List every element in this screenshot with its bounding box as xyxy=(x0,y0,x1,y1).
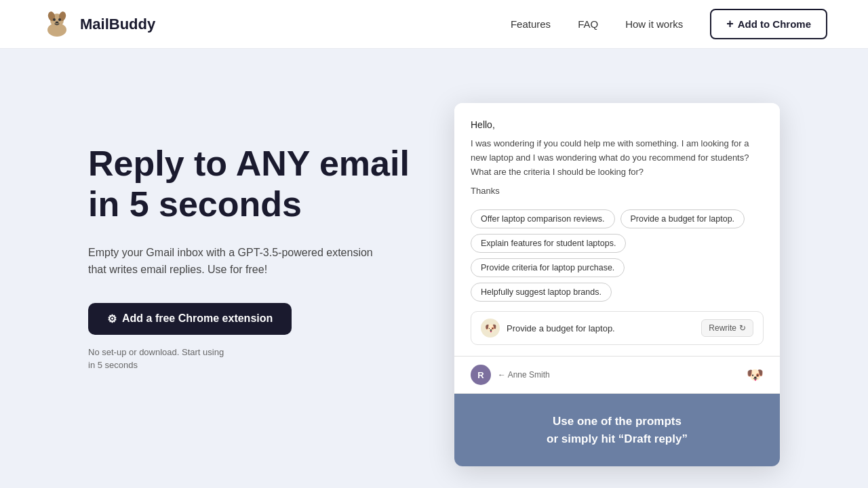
rewrite-label: Rewrite xyxy=(709,323,736,333)
selected-prompt-row: 🐶 Provide a budget for laptop. Rewrite ↻ xyxy=(471,311,764,345)
hero-section: Reply to ANY email in 5 seconds Empty yo… xyxy=(88,103,414,372)
mailbuddy-logo-icon xyxy=(41,8,73,41)
refresh-icon: ↻ xyxy=(739,323,746,333)
email-mockup: Hello, I was wondering if you could help… xyxy=(454,103,780,466)
chip-2[interactable]: Explain features for student laptops. xyxy=(471,234,626,253)
no-setup-text: No set-up or download. Start using in 5 … xyxy=(88,346,414,372)
svg-point-6 xyxy=(56,21,59,23)
email-body: Hello, I was wondering if you could help… xyxy=(454,103,780,356)
chip-3[interactable]: Provide criteria for laptop purchase. xyxy=(471,258,625,277)
svg-point-5 xyxy=(58,18,61,21)
prompt-chips: Offer laptop comparison reviews. Provide… xyxy=(471,209,764,302)
right-section: Hello, I was wondering if you could help… xyxy=(454,103,780,466)
hero-title: Reply to ANY email in 5 seconds xyxy=(88,144,414,225)
logo-text: MailBuddy xyxy=(80,16,155,33)
nav-faq[interactable]: FAQ xyxy=(578,18,598,30)
plus-icon: + xyxy=(726,17,734,31)
chip-1[interactable]: Provide a budget for laptop. xyxy=(620,209,745,228)
dog-avatar-icon: 🐶 xyxy=(481,319,500,338)
nav-how-it-works[interactable]: How it works xyxy=(625,18,683,30)
add-to-chrome-button[interactable]: + Add to Chrome xyxy=(710,9,827,39)
overlay-text: Use one of the prompts or simply hit “Dr… xyxy=(471,413,764,447)
email-greeting: Hello, xyxy=(471,119,764,130)
add-to-chrome-label: Add to Chrome xyxy=(738,18,811,30)
reply-area: R ← Anne Smith 🐶 xyxy=(454,357,780,393)
bottom-overlay: Use one of the prompts or simply hit “Dr… xyxy=(454,394,780,466)
logo-area: MailBuddy xyxy=(41,8,155,41)
nav: Features FAQ How it works + Add to Chrom… xyxy=(511,9,827,39)
reply-to-text: ← Anne Smith xyxy=(498,370,550,380)
cta-label: Add a free Chrome extension xyxy=(122,312,273,325)
settings-icon: ⚙ xyxy=(107,312,117,325)
dog-emoji-icon: 🐶 xyxy=(747,367,764,383)
chip-4[interactable]: Helpfully suggest laptop brands. xyxy=(471,283,612,302)
cta-add-extension-button[interactable]: ⚙ Add a free Chrome extension xyxy=(88,303,292,335)
rewrite-button[interactable]: Rewrite ↻ xyxy=(701,319,753,337)
user-avatar: R xyxy=(471,365,491,385)
email-thanks: Thanks xyxy=(471,186,764,196)
header: MailBuddy Features FAQ How it works + Ad… xyxy=(0,0,868,49)
chip-0[interactable]: Offer laptop comparison reviews. xyxy=(471,209,615,228)
nav-features[interactable]: Features xyxy=(511,18,551,30)
email-body-text: I was wondering if you could help me wit… xyxy=(471,137,764,179)
main-content: Reply to ANY email in 5 seconds Empty yo… xyxy=(0,49,868,488)
selected-prompt-text: Provide a budget for laptop. xyxy=(507,323,701,333)
svg-point-4 xyxy=(53,18,56,21)
hero-subtitle: Empty your Gmail inbox with a GPT-3.5-po… xyxy=(88,244,373,279)
